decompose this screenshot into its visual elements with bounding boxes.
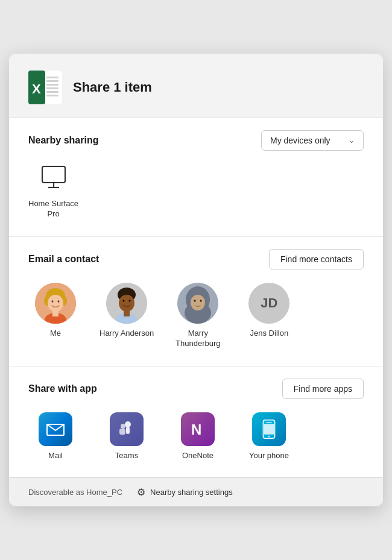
apps-row: Mail Teams [28,410,364,465]
contacts-row: Me [28,280,364,354]
svg-point-37 [125,421,131,427]
svg-point-19 [58,300,60,303]
contact-label-me: Me [50,329,61,339]
app-label-onenote: OneNote [182,451,213,460]
share-with-app-title: Share with app [28,383,97,394]
svg-rect-10 [42,166,65,183]
avatar-marry [177,283,218,324]
svg-point-34 [200,300,202,302]
svg-point-17 [48,295,63,312]
share-dialog: X Share 1 item Nearby sharing My devices… [9,54,383,506]
svg-point-24 [119,295,134,312]
avatar-harry [106,283,147,324]
svg-rect-8 [46,91,58,93]
share-with-app-header: Share with app Find more apps [28,379,364,399]
device-label: Home SurfacePro [28,199,78,219]
svg-rect-5 [46,80,58,82]
contact-label-marry: MarryThunderburg [175,329,220,349]
app-item-mail[interactable]: Mail [28,412,83,460]
contact-label-jens: Jens Dillon [250,329,289,339]
app-item-teams[interactable]: Teams [100,412,154,460]
dialog-title: Share 1 item [73,80,152,95]
svg-rect-21 [52,310,58,316]
nearby-sharing-header: Nearby sharing My devices only ⌄ [28,130,364,151]
nearby-sharing-settings-button[interactable]: ⚙ Nearby sharing settings [137,486,233,498]
contact-item-harry[interactable]: Harry Anderson [100,283,154,349]
svg-rect-9 [46,95,58,96]
avatar-jens: JD [248,283,289,324]
teams-app-icon [110,412,144,446]
app-label-phone: Your phone [249,451,289,460]
svg-rect-40 [119,429,125,435]
monitor-icon [40,164,67,194]
email-contact-title: Email a contact [28,254,99,265]
email-contact-header: Email a contact Find more contacts [28,249,364,269]
app-label-mail: Mail [48,451,63,460]
svg-text:N: N [191,421,201,438]
svg-rect-38 [126,427,130,434]
svg-point-32 [191,295,205,310]
file-icon: X [28,71,62,104]
app-item-phone[interactable]: Your phone [242,412,296,460]
avatar-me [35,283,76,324]
email-contact-section: Email a contact Find more contacts [9,237,383,367]
gear-icon: ⚙ [137,486,145,498]
find-more-contacts-button[interactable]: Find more contacts [269,249,364,269]
svg-rect-4 [46,77,58,78]
contact-item-marry[interactable]: MarryThunderburg [171,283,225,349]
phone-app-icon [252,412,286,446]
svg-point-33 [194,300,196,302]
share-with-app-section: Share with app Find more apps Mail [9,367,383,477]
discoverable-text: Discoverable as Home_PC [28,488,122,497]
svg-rect-6 [46,84,58,86]
svg-rect-28 [124,310,130,316]
app-item-onenote[interactable]: N OneNote [171,412,225,460]
svg-rect-7 [46,87,58,89]
device-item[interactable]: Home SurfacePro [28,164,78,219]
app-label-teams: Teams [115,451,138,460]
chevron-down-icon: ⌄ [349,136,355,145]
devices-row: Home SurfacePro [28,162,364,224]
nearby-sharing-dropdown[interactable]: My devices only ⌄ [261,130,364,151]
find-more-apps-button[interactable]: Find more apps [282,379,364,399]
contact-label-harry: Harry Anderson [100,329,154,339]
settings-label: Nearby sharing settings [150,488,233,497]
svg-point-25 [123,300,125,302]
svg-point-46 [268,435,270,437]
svg-point-39 [121,424,125,429]
svg-rect-44 [266,422,272,423]
dialog-footer: Discoverable as Home_PC ⚙ Nearby sharing… [9,477,383,506]
nearby-sharing-section: Nearby sharing My devices only ⌄ Home Su… [9,118,383,237]
nearby-sharing-title: Nearby sharing [28,135,98,146]
contact-item-jens[interactable]: JD Jens Dillon [242,283,296,349]
svg-point-18 [52,300,54,303]
svg-point-26 [129,300,131,302]
contact-item-me[interactable]: Me [28,283,83,349]
svg-text:X: X [32,81,41,96]
svg-rect-45 [264,424,274,435]
avatar-initials: JD [261,295,277,311]
mail-app-icon [39,412,72,446]
dialog-header: X Share 1 item [9,54,383,118]
onenote-app-icon: N [181,412,215,446]
